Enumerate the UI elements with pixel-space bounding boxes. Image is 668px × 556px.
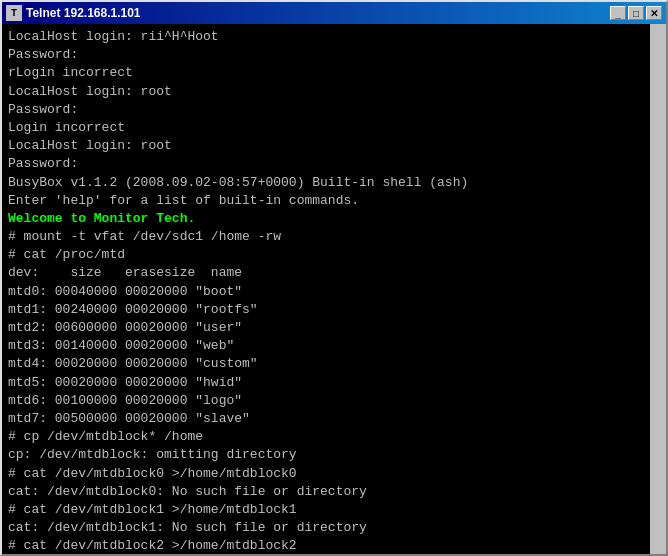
terminal-line: mtd1: 00240000 00020000 "rootfs" bbox=[8, 301, 644, 319]
terminal-line: cat: /dev/mtdblock1: No such file or dir… bbox=[8, 519, 644, 537]
title-bar-left: T Telnet 192.168.1.101 bbox=[6, 5, 141, 21]
window-title: Telnet 192.168.1.101 bbox=[26, 6, 141, 20]
maximize-button[interactable]: □ bbox=[628, 6, 644, 20]
terminal-line: Password: bbox=[8, 101, 644, 119]
terminal-line: mtd0: 00040000 00020000 "boot" bbox=[8, 283, 644, 301]
terminal-line: mtd4: 00020000 00020000 "custom" bbox=[8, 355, 644, 373]
terminal-line: # cat /dev/mtdblock0 >/home/mtdblock0 bbox=[8, 465, 644, 483]
terminal-line: Password: bbox=[8, 155, 644, 173]
terminal-line: rLogin incorrect bbox=[8, 64, 644, 82]
terminal-line: mtd2: 00600000 00020000 "user" bbox=[8, 319, 644, 337]
window-icon: T bbox=[6, 5, 22, 21]
terminal-line: # cat /dev/mtdblock2 >/home/mtdblock2 bbox=[8, 537, 644, 554]
terminal-container: LocalHost login: rii^H^HootPassword:rLog… bbox=[2, 24, 666, 554]
terminal-line: Login incorrect bbox=[8, 119, 644, 137]
terminal-line: LocalHost login: rii^H^Hoot bbox=[8, 28, 644, 46]
terminal-line: mtd3: 00140000 00020000 "web" bbox=[8, 337, 644, 355]
title-bar-buttons: _ □ ✕ bbox=[610, 6, 662, 20]
terminal-line: Welcome to Monitor Tech. bbox=[8, 210, 644, 228]
terminal-line: dev: size erasesize name bbox=[8, 264, 644, 282]
terminal-output[interactable]: LocalHost login: rii^H^HootPassword:rLog… bbox=[2, 24, 650, 554]
terminal-line: # mount -t vfat /dev/sdc1 /home -rw bbox=[8, 228, 644, 246]
terminal-line: mtd6: 00100000 00020000 "logo" bbox=[8, 392, 644, 410]
terminal-line: mtd7: 00500000 00020000 "slave" bbox=[8, 410, 644, 428]
terminal-line: LocalHost login: root bbox=[8, 83, 644, 101]
close-button[interactable]: ✕ bbox=[646, 6, 662, 20]
terminal-line: # cat /dev/mtdblock1 >/home/mtdblock1 bbox=[8, 501, 644, 519]
terminal-line: BusyBox v1.1.2 (2008.09.02-08:57+0000) B… bbox=[8, 174, 644, 192]
terminal-line: Enter 'help' for a list of built-in comm… bbox=[8, 192, 644, 210]
terminal-line: # cat /proc/mtd bbox=[8, 246, 644, 264]
terminal-line: cat: /dev/mtdblock0: No such file or dir… bbox=[8, 483, 644, 501]
terminal-line: mtd5: 00020000 00020000 "hwid" bbox=[8, 374, 644, 392]
terminal-line: Password: bbox=[8, 46, 644, 64]
scrollbar[interactable] bbox=[650, 24, 666, 554]
terminal-line: LocalHost login: root bbox=[8, 137, 644, 155]
title-bar: T Telnet 192.168.1.101 _ □ ✕ bbox=[2, 2, 666, 24]
telnet-window: T Telnet 192.168.1.101 _ □ ✕ LocalHost l… bbox=[0, 0, 668, 556]
terminal-line: # cp /dev/mtdblock* /home bbox=[8, 428, 644, 446]
terminal-line: cp: /dev/mtdblock: omitting directory bbox=[8, 446, 644, 464]
minimize-button[interactable]: _ bbox=[610, 6, 626, 20]
